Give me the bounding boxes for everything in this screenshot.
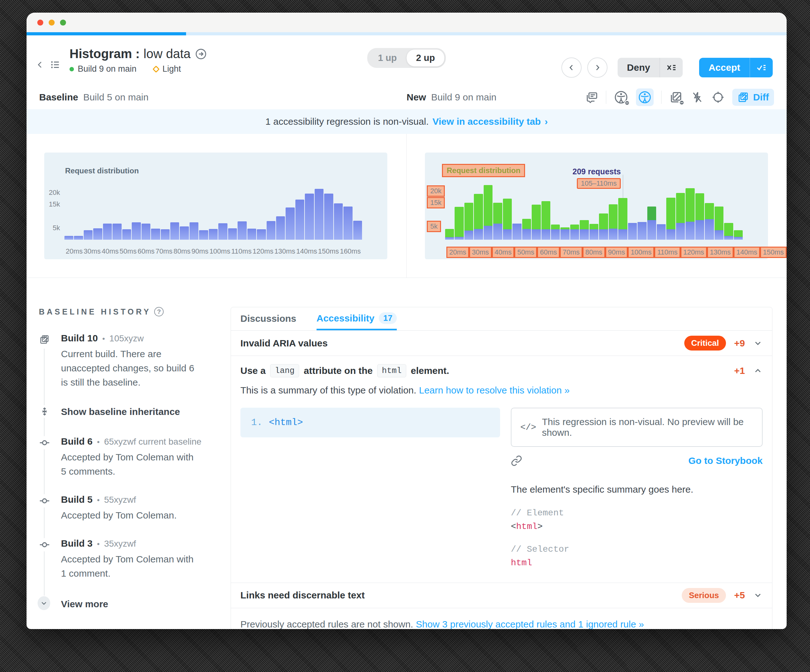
view-more-button[interactable]: View more xyxy=(39,596,218,610)
histogram-bar[interactable] xyxy=(228,181,237,240)
resolve-violation-link[interactable]: Learn how to resolve this violation » xyxy=(419,385,570,395)
accept-batch-button[interactable] xyxy=(750,58,773,77)
snapshots-hidden-icon[interactable] xyxy=(669,90,683,104)
show-baseline-inheritance[interactable]: Show baseline inheritance xyxy=(39,405,218,418)
comments-icon[interactable] xyxy=(585,91,598,104)
histogram-bar[interactable] xyxy=(685,181,694,240)
histogram-bar[interactable] xyxy=(609,181,618,240)
histogram-bar[interactable] xyxy=(103,181,112,240)
histogram-bar[interactable] xyxy=(493,181,502,240)
histogram-bar[interactable] xyxy=(676,181,685,240)
histogram-bar[interactable] xyxy=(599,181,608,240)
histogram-bar[interactable] xyxy=(132,181,140,240)
histogram-bar[interactable] xyxy=(666,181,675,240)
go-to-story-icon[interactable] xyxy=(195,48,207,60)
rule-links-discernable[interactable]: Links need discernable text Serious +5 xyxy=(231,583,772,608)
histogram-bar[interactable] xyxy=(455,181,464,240)
previous-change-button[interactable] xyxy=(561,57,582,77)
histogram-bar[interactable] xyxy=(199,181,208,240)
accessibility-new-icon[interactable] xyxy=(636,88,654,106)
link-icon[interactable] xyxy=(511,455,522,467)
close-window-button[interactable] xyxy=(37,20,43,25)
accept-button[interactable]: Accept xyxy=(699,58,750,77)
histogram-bar[interactable] xyxy=(715,181,724,240)
focus-icon[interactable] xyxy=(711,91,725,104)
histogram-bar[interactable] xyxy=(74,181,83,240)
histogram-bar[interactable] xyxy=(238,181,246,240)
histogram-bar[interactable] xyxy=(343,181,352,240)
next-change-button[interactable] xyxy=(587,57,608,77)
histogram-bar[interactable] xyxy=(445,181,454,240)
chevron-down-icon[interactable] xyxy=(753,339,763,348)
go-to-storybook-link[interactable]: Go to Storybook xyxy=(688,455,763,466)
flash-off-icon[interactable] xyxy=(690,91,704,104)
toggle-1up[interactable]: 1 up xyxy=(368,50,406,66)
histogram-bar[interactable] xyxy=(324,181,333,240)
histogram-bar[interactable] xyxy=(218,181,227,240)
histogram-bar[interactable] xyxy=(628,181,637,240)
histogram-bar[interactable] xyxy=(122,181,131,240)
histogram-bar[interactable] xyxy=(161,181,170,240)
histogram-bar[interactable] xyxy=(657,181,666,240)
histogram-bar[interactable] xyxy=(570,181,579,240)
histogram-bar[interactable] xyxy=(484,181,493,240)
histogram-bar[interactable] xyxy=(551,181,560,240)
deny-button[interactable]: Deny xyxy=(618,58,660,77)
help-icon[interactable]: ? xyxy=(154,307,164,317)
histogram-bar[interactable] xyxy=(285,181,294,240)
histogram-bar[interactable] xyxy=(142,181,150,240)
banner-link[interactable]: View in accessibility tab xyxy=(432,116,541,127)
histogram-bar[interactable] xyxy=(170,181,179,240)
histogram-bar[interactable] xyxy=(647,181,656,240)
histogram-bar[interactable] xyxy=(695,181,704,240)
histogram-bar[interactable] xyxy=(734,181,743,240)
tab-accessibility[interactable]: Accessibility 17 xyxy=(317,312,397,330)
histogram-bar[interactable] xyxy=(295,181,304,240)
rule-invalid-aria[interactable]: Invalid ARIA values Critical +9 xyxy=(231,331,772,356)
tab-discussions[interactable]: Discussions xyxy=(240,313,296,330)
toggle-2up[interactable]: 2 up xyxy=(406,49,445,67)
chevron-up-icon[interactable] xyxy=(753,366,763,376)
histogram-bar[interactable] xyxy=(180,181,189,240)
histogram-bar[interactable] xyxy=(724,181,733,240)
histogram-bar[interactable] xyxy=(93,181,102,240)
banner-link-chevron[interactable]: › xyxy=(545,116,548,127)
histogram-bar[interactable] xyxy=(580,181,589,240)
minimize-window-button[interactable] xyxy=(49,20,55,25)
chevron-down-icon[interactable] xyxy=(753,591,763,600)
histogram-bar[interactable] xyxy=(247,181,256,240)
story-list-icon[interactable] xyxy=(50,59,61,70)
histogram-bar[interactable] xyxy=(189,181,198,240)
histogram-bar[interactable] xyxy=(315,181,324,240)
histogram-bar[interactable] xyxy=(638,181,646,240)
histogram-bar[interactable] xyxy=(276,181,285,240)
histogram-bar[interactable] xyxy=(503,181,512,240)
back-chevron-icon[interactable] xyxy=(36,59,44,70)
histogram-bar[interactable] xyxy=(267,181,275,240)
histogram-bar[interactable] xyxy=(474,181,483,240)
histogram-bar[interactable] xyxy=(522,181,531,240)
histogram-bar[interactable] xyxy=(334,181,343,240)
histogram-bar[interactable] xyxy=(705,181,714,240)
histogram-bar[interactable] xyxy=(353,181,362,240)
histogram-bar[interactable] xyxy=(209,181,218,240)
zoom-window-button[interactable] xyxy=(60,20,66,25)
list-item-build-6[interactable]: Build 6 • 65xyzwf current baseline Accep… xyxy=(39,436,218,478)
show-accepted-rules-link[interactable]: Show 3 previously accepted rules and 1 i… xyxy=(416,619,644,629)
histogram-bar[interactable] xyxy=(151,181,160,240)
histogram-bar[interactable] xyxy=(257,181,266,240)
histogram-bar[interactable] xyxy=(512,181,521,240)
histogram-bar[interactable] xyxy=(305,181,314,240)
list-item-build-10[interactable]: Build 10 • 105xyzw Current build. There … xyxy=(39,333,218,389)
histogram-bar[interactable] xyxy=(84,181,93,240)
histogram-bar[interactable] xyxy=(589,181,598,240)
diff-toggle-button[interactable]: Diff xyxy=(732,89,774,106)
histogram-bar[interactable] xyxy=(64,181,73,240)
histogram-bar[interactable] xyxy=(113,181,122,240)
histogram-bar[interactable] xyxy=(542,181,550,240)
list-item-build-3[interactable]: Build 3 • 35xyzwf Accepted by Tom Colema… xyxy=(39,538,218,580)
deny-batch-button[interactable] xyxy=(660,58,683,77)
histogram-bar[interactable] xyxy=(532,181,540,240)
list-item-build-5[interactable]: Build 5 • 55xyzwf Accepted by Tom Colema… xyxy=(39,494,218,522)
histogram-bar[interactable] xyxy=(560,181,569,240)
